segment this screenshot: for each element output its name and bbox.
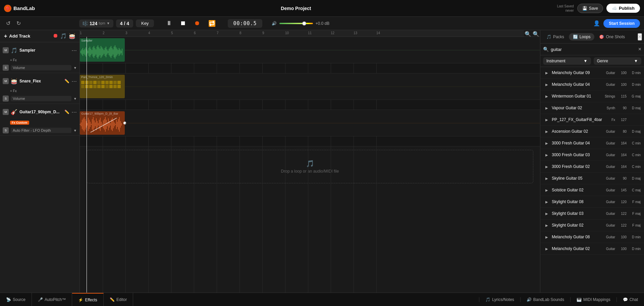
loop-play-button[interactable]: ▶ (544, 105, 550, 111)
loop-play-button[interactable]: ▶ (544, 187, 550, 193)
pattern-block (105, 85, 109, 88)
solo-button-snare[interactable]: S (3, 96, 9, 102)
start-session-button[interactable]: Start Session (603, 19, 640, 28)
track-menu-sampler[interactable]: ⋯ (71, 47, 77, 54)
loop-item[interactable]: ▶ 3000 Fresh Guitar 02 Guitar 164 C min (540, 161, 644, 173)
record-button[interactable]: ⏺ (192, 18, 203, 28)
loop-item[interactable]: ▶ Melancholy Guitar 09 Guitar 100 D min (540, 67, 644, 79)
track-menu-guitar[interactable]: ⋯ (71, 109, 77, 115)
stop-button[interactable]: ⏹ (177, 18, 189, 28)
loop-item[interactable]: ▶ PP_127_FX_GuitarFill_4bar Fx 127 (540, 114, 644, 126)
pattern-block (85, 81, 89, 84)
time-signature[interactable]: 4 / 4 (116, 19, 133, 27)
track-volume-snare[interactable]: Volume (11, 96, 71, 101)
mute-button-guitar[interactable]: M (3, 109, 9, 115)
mute-button-sampler[interactable]: M (3, 47, 9, 53)
loop-play-button[interactable]: ▶ (544, 246, 550, 252)
nav-autopitch[interactable]: 🎤 AutoPitch™ (32, 293, 72, 306)
volume-icon[interactable]: 🔊 (272, 21, 277, 26)
drum-track-icon[interactable]: 🥁 (69, 33, 75, 39)
loop-play-button[interactable]: ▶ (544, 164, 550, 170)
loop-play-button[interactable]: ▶ (544, 140, 550, 146)
loop-item[interactable]: ▶ Ascension Guitar 02 Guitar 80 D maj (540, 126, 644, 137)
nav-source[interactable]: 📡 Source (0, 293, 32, 306)
loop-item[interactable]: ▶ Wintermoon Guitar 01 Strings 115 G maj (540, 90, 644, 102)
solo-button-guitar[interactable]: S (3, 127, 9, 133)
tab-loops[interactable]: 🔄 Loops (569, 33, 595, 41)
loop-play-button[interactable]: ▶ (544, 152, 550, 158)
pattern-block (81, 81, 85, 84)
drop-zone-icon: 🎵 (306, 160, 314, 168)
loop-item[interactable]: ▶ Skylight Guitar 03 Guitar 122 F maj (540, 208, 644, 220)
loop-item[interactable]: ▶ Melancholy Guitar 04 Guitar 100 D min (540, 79, 644, 90)
loop-bpm: 164 (617, 141, 627, 145)
loop-item[interactable]: ▶ Skylight Guitar 08 Guitar 120 F maj (540, 196, 644, 208)
zoom-out-button[interactable]: 🔍 (533, 31, 539, 37)
nav-editor[interactable]: ✏️ Editor (104, 293, 133, 306)
play-button[interactable]: ⏸ (163, 18, 175, 28)
loop-play-button[interactable]: ▶ (544, 199, 550, 205)
loop-item[interactable]: ▶ Skyline Guitar 05 Guitar 90 D maj (540, 173, 644, 184)
record-track-icon[interactable]: ⏺ (53, 33, 58, 39)
loop-play-button[interactable]: ▶ (544, 128, 550, 134)
drop-zone[interactable]: 🎵 Drop a loop or an audio/MIDI file (87, 150, 533, 183)
project-title: Demo Project (281, 6, 311, 11)
genre-filter[interactable]: Genre ▼ (594, 57, 642, 65)
loop-item[interactable]: ▶ Solstice Guitar 02 Guitar 145 C maj (540, 184, 644, 196)
add-track-button[interactable]: + Add Track ⏺ 🎵 🥁 (0, 30, 79, 42)
key-button[interactable]: Key (136, 19, 154, 27)
track-header-sampler: M 🎵 Sampler ⋯ (0, 42, 79, 58)
right-panel-close[interactable]: × (638, 33, 642, 41)
loop-item[interactable]: ▶ Melancholy Guitar 02 Guitar 100 D min (540, 243, 644, 255)
instrument-filter[interactable]: Instrument ▼ (543, 57, 591, 65)
editor-icon: ✏️ (110, 297, 115, 302)
svg-rect-81 (119, 117, 120, 132)
loop-play-button[interactable]: ▶ (544, 210, 550, 217)
midi-track-icon[interactable]: 🎵 (60, 33, 67, 39)
loop-item[interactable]: ▶ Vapour Guitar 02 Synth 90 D maj (540, 102, 644, 114)
tempo-value[interactable]: 124 (90, 21, 97, 26)
svg-rect-58 (96, 118, 97, 130)
loop-play-button[interactable]: ▶ (544, 93, 550, 99)
loop-name: PP_127_FX_GuitarFill_4bar (552, 117, 609, 122)
search-clear[interactable]: × (638, 46, 641, 52)
save-button[interactable]: 💾 Save (577, 4, 603, 13)
tempo-dropdown-icon[interactable]: ▼ (107, 21, 110, 25)
svg-rect-25 (106, 47, 106, 57)
loop-play-button[interactable]: ▶ (544, 70, 550, 76)
loop-item[interactable]: ▶ Melancholy Guitar 08 Guitar 100 D min (540, 231, 644, 243)
nav-bandlab-sounds[interactable]: 🔊 BandLab Sounds (520, 297, 570, 302)
loop-play-button[interactable]: ▶ (544, 175, 550, 181)
loop-item[interactable]: ▶ 3000 Fresh Guitar 04 Guitar 164 C min (540, 137, 644, 149)
redo-button[interactable]: ↻ (14, 19, 23, 27)
loop-play-button[interactable]: ▶ (544, 234, 550, 240)
guitar-clip[interactable]: Guitar17_90bpm_D_(8_Bar (80, 111, 125, 135)
solo-button-sampler[interactable]: S (3, 65, 9, 71)
nav-chat[interactable]: 💬 Chat (616, 297, 644, 302)
volume-slider[interactable] (279, 23, 313, 24)
loop-tag: Guitar (606, 224, 615, 227)
edit-icon-guitar[interactable]: ✏️ (64, 110, 69, 114)
publish-button[interactable]: ☁️ Publish (606, 4, 640, 13)
zoom-in-button[interactable]: 🔍 (525, 31, 531, 37)
loop-play-button[interactable]: ▶ (544, 81, 550, 87)
sampler-clip[interactable]: Sampler // Will be rendered inline (80, 38, 125, 62)
loop-play-button[interactable]: ▶ (544, 117, 550, 123)
loop-item[interactable]: ▶ 3000 Fresh Guitar 03 Guitar 164 C min (540, 149, 644, 161)
search-input[interactable] (551, 47, 636, 52)
track-volume-sampler[interactable]: Volume (11, 65, 71, 70)
nav-effects[interactable]: ⚡ Effects (72, 293, 103, 306)
track-menu-snare[interactable]: ⋯ (71, 78, 77, 84)
loop-button[interactable]: 🔁 (206, 18, 218, 28)
mute-button-snare[interactable]: M (3, 78, 9, 84)
undo-button[interactable]: ↺ (4, 19, 12, 27)
loop-play-button[interactable]: ▶ (544, 222, 550, 228)
track-volume-guitar[interactable]: Auto Filter - LFO Depth (11, 128, 71, 133)
tab-packs[interactable]: 🎵 Packs (542, 33, 568, 41)
nav-lyrics[interactable]: 🎵 Lyrics/Notes (479, 297, 520, 302)
loop-item[interactable]: ▶ Skylight Guitar 02 Guitar 122 F maj (540, 220, 644, 231)
snare-clip[interactable]: Pan_Trvnce_120_Dmin (80, 75, 125, 98)
edit-icon-snare[interactable]: ✏️ (64, 79, 69, 83)
nav-midi-mappings[interactable]: 🎹 MIDI Mappings (570, 297, 616, 302)
tab-one-shots[interactable]: 🎯 One Shots (595, 33, 629, 41)
